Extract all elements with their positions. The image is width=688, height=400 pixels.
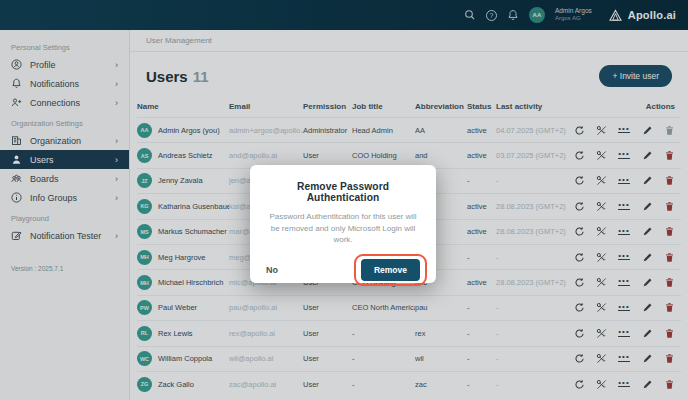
remove-button[interactable]: Remove [361,259,420,281]
app-window: ? AA Admin Argos Argos AG Apollo.ai Pers… [0,0,688,400]
remove-password-modal: Remove Password Authentication Password … [250,165,436,283]
modal-title: Remove Password Authentication [263,181,423,203]
modal-body-text: Password Authentitcation for this user w… [264,211,422,246]
no-button[interactable]: No [266,265,278,275]
modal-footer: No Remove [263,259,423,281]
